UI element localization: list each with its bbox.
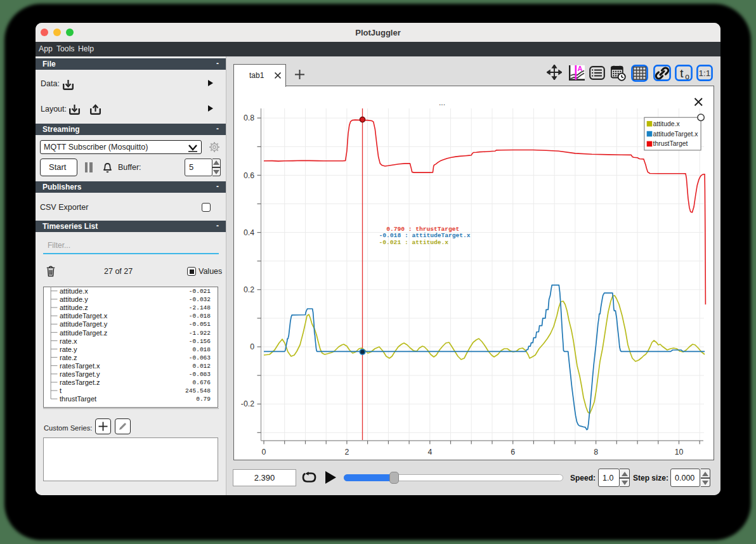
svg-text:0: 0 bbox=[250, 342, 254, 351]
svg-text:...: ... bbox=[439, 98, 445, 107]
svg-text:attitude.x: attitude.x bbox=[653, 120, 681, 127]
svg-text:thrustTarget: thrustTarget bbox=[653, 140, 688, 147]
svg-text:-0.018 : attitudeTarget.x: -0.018 : attitudeTarget.x bbox=[379, 232, 471, 239]
svg-text:o: o bbox=[685, 72, 689, 81]
svg-text:-0.2: -0.2 bbox=[241, 399, 254, 408]
svg-text:0.2: 0.2 bbox=[244, 285, 254, 294]
svg-text:10: 10 bbox=[675, 448, 684, 457]
svg-text:0.8: 0.8 bbox=[244, 113, 254, 122]
svg-text:4: 4 bbox=[427, 448, 432, 457]
svg-text:0.6: 0.6 bbox=[244, 171, 254, 180]
svg-text:6: 6 bbox=[511, 448, 515, 457]
svg-text:1:1: 1:1 bbox=[699, 68, 711, 78]
svg-text:2: 2 bbox=[344, 448, 349, 457]
svg-text:0: 0 bbox=[262, 448, 266, 457]
svg-text:0.4: 0.4 bbox=[244, 228, 254, 237]
svg-text:0.790 : thrustTarget: 0.790 : thrustTarget bbox=[382, 226, 459, 233]
svg-text:-0.021 : attitude.x: -0.021 : attitude.x bbox=[379, 239, 449, 246]
svg-text:attitudeTarget.x: attitudeTarget.x bbox=[653, 131, 699, 138]
svg-text:t: t bbox=[680, 66, 684, 79]
svg-text:8: 8 bbox=[594, 448, 598, 457]
svg-text:A: A bbox=[578, 65, 583, 72]
